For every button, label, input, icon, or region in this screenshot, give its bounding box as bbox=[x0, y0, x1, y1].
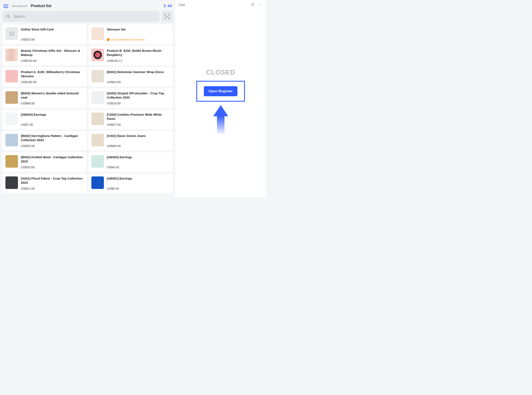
product-name: [C002] Culottes Premium Wide White Pants bbox=[107, 113, 170, 121]
more-menu-button[interactable] bbox=[258, 2, 263, 7]
product-price: US$25.00 bbox=[21, 144, 84, 148]
breadcrumb[interactable]: Workbench bbox=[12, 4, 27, 8]
product-thumbnail bbox=[91, 49, 104, 61]
cart-pane: Cart CLOSED Open Register bbox=[175, 0, 266, 198]
svg-point-10 bbox=[259, 4, 260, 5]
product-thumbnail bbox=[5, 27, 18, 40]
barcode-icon bbox=[164, 14, 170, 19]
arrow-up-indicator bbox=[213, 105, 228, 134]
menu-icon[interactable] bbox=[3, 4, 8, 8]
search-icon bbox=[6, 14, 11, 19]
product-thumbnail bbox=[5, 155, 18, 168]
search-input[interactable] bbox=[13, 14, 156, 19]
product-thumbnail bbox=[91, 155, 104, 168]
product-thumbnail bbox=[5, 176, 18, 189]
product-name: [B001] Knitted Wool - Cardigan Collectio… bbox=[21, 155, 84, 163]
dots-icon bbox=[258, 2, 263, 7]
product-name: [A002] Striped Off-shoulder - Crop Top C… bbox=[107, 91, 170, 99]
product-price: US$19.00 bbox=[107, 101, 170, 105]
product-thumbnail bbox=[5, 70, 18, 82]
product-thumbnail bbox=[91, 113, 104, 125]
product-card[interactable]: [AB001] EarringsUS$6.00 bbox=[88, 174, 173, 193]
svg-point-11 bbox=[260, 4, 261, 5]
product-name: [B002] Herringbone Pattern - Cardigan Co… bbox=[21, 134, 84, 142]
product-name: Product A_$100_Willowberry Christmas Ski… bbox=[21, 70, 84, 78]
funnel-icon bbox=[163, 4, 167, 8]
product-price: US$37.00 bbox=[107, 123, 170, 126]
product-name: Product B_$150_Bobbi Brown Blush - Raspb… bbox=[107, 49, 170, 57]
product-card[interactable]: Beauty Christmas Gifts Set : Skincare & … bbox=[2, 46, 87, 65]
product-thumbnail bbox=[5, 113, 18, 125]
product-card[interactable]: [AB003] EarringsUS$7.00 bbox=[2, 110, 87, 129]
product-card[interactable]: [A002] Striped Off-shoulder - Crop Top C… bbox=[88, 88, 173, 108]
product-price: US$150.17 bbox=[107, 59, 170, 62]
product-name: Skincare Set bbox=[107, 27, 145, 32]
product-card[interactable]: [C001] Basic Denim JeansUS$40.00 bbox=[88, 131, 173, 151]
product-name: [AB003] Earrings bbox=[21, 113, 46, 117]
product-name: Online Store Gift Card bbox=[21, 27, 54, 32]
warning-text: Can be sold when out of stock bbox=[111, 38, 145, 41]
product-name: [AB002] Earrings bbox=[107, 155, 132, 159]
topbar: Workbench Product list All bbox=[2, 2, 173, 11]
product-card[interactable]: [A001] Floral Fabric - Crop Top Collecti… bbox=[2, 174, 87, 193]
product-price: US$43.00 bbox=[107, 80, 164, 84]
product-card[interactable]: Online Store Gift CardUS$10.00 bbox=[2, 24, 87, 44]
search-box[interactable] bbox=[2, 11, 159, 22]
product-card[interactable]: [D001] Bohemian Summer Wrap DressUS$43.0… bbox=[88, 67, 173, 87]
product-name: [AB001] Earrings bbox=[107, 176, 132, 181]
product-thumbnail bbox=[5, 91, 18, 104]
svg-point-12 bbox=[261, 4, 262, 5]
product-card[interactable]: [C002] Culottes Premium Wide White Pants… bbox=[88, 110, 173, 129]
product-price: US$88.00 bbox=[21, 101, 84, 105]
product-name: [D001] Bohemian Summer Wrap Dress bbox=[107, 70, 164, 74]
warning-icon: ! bbox=[107, 38, 110, 41]
barcode-scan-button[interactable] bbox=[161, 11, 173, 22]
product-price: US$4.00 bbox=[107, 165, 132, 169]
product-price: US$7.00 bbox=[21, 123, 46, 126]
product-card[interactable]: Skincare Set!Can be sold when out of sto… bbox=[88, 24, 173, 44]
product-list-pane: Workbench Product list All bbox=[0, 0, 175, 198]
product-price: US$40.00 bbox=[107, 144, 146, 148]
delete-cart-button[interactable] bbox=[251, 2, 255, 7]
product-name: [A001] Floral Fabric - Crop Top Collecti… bbox=[21, 176, 84, 185]
product-card[interactable]: [AB002] EarringsUS$4.00 bbox=[88, 152, 173, 172]
svg-line-1 bbox=[9, 17, 10, 18]
open-register-highlight: Open Register bbox=[196, 81, 245, 102]
trash-icon bbox=[251, 2, 255, 7]
product-card[interactable]: Product A_$100_Willowberry Christmas Ski… bbox=[2, 67, 87, 87]
cart-title: Cart bbox=[179, 3, 185, 7]
svg-point-0 bbox=[7, 15, 9, 17]
product-price: US$21.00 bbox=[21, 187, 84, 190]
filter-label: All bbox=[168, 4, 172, 8]
product-price: US$6.00 bbox=[107, 187, 132, 190]
filter-all-button[interactable]: All bbox=[163, 4, 172, 8]
product-card[interactable]: [B002] Herringbone Pattern - Cardigan Co… bbox=[2, 131, 87, 151]
product-grid: Online Store Gift CardUS$10.00Skincare S… bbox=[2, 24, 173, 193]
out-of-stock-warning: !Can be sold when out of stock bbox=[107, 38, 145, 41]
product-price: US$100.00 bbox=[21, 80, 84, 84]
product-thumbnail bbox=[91, 134, 104, 146]
product-price: US$29.00 bbox=[21, 165, 84, 169]
product-thumbnail bbox=[91, 176, 104, 189]
product-name: Beauty Christmas Gifts Set : Skincare & … bbox=[21, 49, 84, 57]
product-thumbnail bbox=[91, 27, 104, 40]
product-name: [B003] Women's double-sided textured coa… bbox=[21, 91, 84, 99]
product-card[interactable]: Product B_$150_Bobbi Brown Blush - Raspb… bbox=[88, 46, 173, 65]
product-thumbnail bbox=[91, 70, 104, 82]
product-card[interactable]: [B003] Women's double-sided textured coa… bbox=[2, 88, 87, 108]
product-card[interactable]: [B001] Knitted Wool - Cardigan Collectio… bbox=[2, 152, 87, 172]
product-thumbnail bbox=[91, 91, 104, 104]
image-placeholder-icon bbox=[9, 31, 14, 36]
product-thumbnail bbox=[5, 134, 18, 146]
svg-point-7 bbox=[11, 33, 11, 33]
register-status: CLOSED bbox=[206, 68, 235, 76]
product-price: US$10.00 bbox=[21, 38, 54, 41]
product-name: [C001] Basic Denim Jeans bbox=[107, 134, 146, 138]
product-price: US$100.00 bbox=[21, 59, 84, 62]
product-thumbnail bbox=[5, 49, 18, 61]
page-title: Product list bbox=[31, 4, 52, 8]
open-register-button[interactable]: Open Register bbox=[204, 86, 237, 96]
